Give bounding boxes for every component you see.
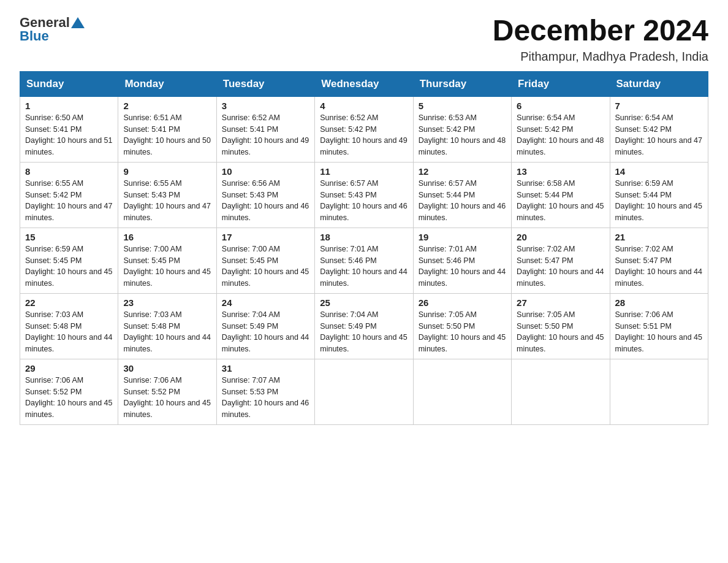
- day-number: 19: [419, 232, 506, 242]
- day-info: Sunrise: 7:02 AMSunset: 5:47 PMDaylight:…: [615, 245, 702, 288]
- calendar-table: SundayMondayTuesdayWednesdayThursdayFrid…: [20, 71, 708, 425]
- calendar-cell: 27 Sunrise: 7:05 AMSunset: 5:50 PMDaylig…: [512, 293, 610, 359]
- day-info: Sunrise: 7:00 AMSunset: 5:45 PMDaylight:…: [123, 245, 210, 288]
- day-number: 21: [615, 232, 703, 242]
- day-info: Sunrise: 7:04 AMSunset: 5:49 PMDaylight:…: [222, 310, 309, 353]
- day-number: 4: [320, 101, 408, 111]
- page-header: General Blue December 2024 Pithampur, Ma…: [20, 15, 708, 64]
- day-info: Sunrise: 6:52 AMSunset: 5:42 PMDaylight:…: [320, 113, 407, 156]
- calendar-cell: 31 Sunrise: 7:07 AMSunset: 5:53 PMDaylig…: [216, 359, 314, 424]
- calendar-cell: 10 Sunrise: 6:56 AMSunset: 5:43 PMDaylig…: [216, 162, 314, 228]
- day-info: Sunrise: 6:59 AMSunset: 5:45 PMDaylight:…: [25, 245, 112, 288]
- day-number: 10: [222, 166, 309, 177]
- day-info: Sunrise: 7:01 AMSunset: 5:46 PMDaylight:…: [419, 245, 506, 288]
- day-number: 17: [222, 232, 309, 242]
- day-number: 31: [222, 363, 309, 373]
- day-number: 12: [419, 166, 506, 177]
- week-row-4: 22 Sunrise: 7:03 AMSunset: 5:48 PMDaylig…: [20, 293, 708, 359]
- day-number: 14: [615, 166, 703, 177]
- day-number: 25: [320, 297, 408, 308]
- day-number: 7: [615, 101, 703, 111]
- calendar-cell: [413, 359, 511, 424]
- calendar-header-saturday: Saturday: [610, 71, 708, 96]
- day-number: 18: [320, 232, 408, 242]
- calendar-cell: 20 Sunrise: 7:02 AMSunset: 5:47 PMDaylig…: [512, 228, 610, 293]
- day-number: 3: [222, 101, 309, 111]
- day-info: Sunrise: 7:00 AMSunset: 5:45 PMDaylight:…: [222, 245, 309, 288]
- day-number: 30: [123, 363, 211, 373]
- day-info: Sunrise: 7:05 AMSunset: 5:50 PMDaylight:…: [419, 310, 506, 353]
- calendar-cell: 15 Sunrise: 6:59 AMSunset: 5:45 PMDaylig…: [20, 228, 118, 293]
- day-info: Sunrise: 6:54 AMSunset: 5:42 PMDaylight:…: [615, 113, 702, 156]
- calendar-cell: 14 Sunrise: 6:59 AMSunset: 5:44 PMDaylig…: [610, 162, 708, 228]
- day-info: Sunrise: 6:53 AMSunset: 5:42 PMDaylight:…: [419, 113, 506, 156]
- day-info: Sunrise: 6:56 AMSunset: 5:43 PMDaylight:…: [222, 179, 309, 222]
- calendar-cell: 1 Sunrise: 6:50 AMSunset: 5:41 PMDayligh…: [20, 96, 118, 162]
- day-info: Sunrise: 6:50 AMSunset: 5:41 PMDaylight:…: [25, 113, 112, 156]
- calendar-cell: 26 Sunrise: 7:05 AMSunset: 5:50 PMDaylig…: [413, 293, 511, 359]
- week-row-5: 29 Sunrise: 7:06 AMSunset: 5:52 PMDaylig…: [20, 359, 708, 424]
- day-number: 16: [123, 232, 211, 242]
- day-number: 8: [25, 166, 113, 177]
- day-info: Sunrise: 6:55 AMSunset: 5:42 PMDaylight:…: [25, 179, 112, 222]
- day-number: 13: [517, 166, 604, 177]
- day-number: 9: [123, 166, 211, 177]
- day-number: 11: [320, 166, 408, 177]
- svg-marker-0: [71, 17, 85, 28]
- calendar-cell: 16 Sunrise: 7:00 AMSunset: 5:45 PMDaylig…: [118, 228, 216, 293]
- calendar-cell: 13 Sunrise: 6:58 AMSunset: 5:44 PMDaylig…: [512, 162, 610, 228]
- logo-triangle-icon: [71, 16, 85, 29]
- day-number: 5: [419, 101, 506, 111]
- calendar-cell: 30 Sunrise: 7:06 AMSunset: 5:52 PMDaylig…: [118, 359, 216, 424]
- calendar-cell: 28 Sunrise: 7:06 AMSunset: 5:51 PMDaylig…: [610, 293, 708, 359]
- day-number: 1: [25, 101, 113, 111]
- day-info: Sunrise: 7:06 AMSunset: 5:52 PMDaylight:…: [123, 376, 210, 419]
- calendar-cell: 3 Sunrise: 6:52 AMSunset: 5:41 PMDayligh…: [216, 96, 314, 162]
- calendar-cell: 4 Sunrise: 6:52 AMSunset: 5:42 PMDayligh…: [315, 96, 413, 162]
- calendar-cell: 18 Sunrise: 7:01 AMSunset: 5:46 PMDaylig…: [315, 228, 413, 293]
- day-number: 24: [222, 297, 309, 308]
- calendar-cell: 29 Sunrise: 7:06 AMSunset: 5:52 PMDaylig…: [20, 359, 118, 424]
- calendar-cell: 12 Sunrise: 6:57 AMSunset: 5:44 PMDaylig…: [413, 162, 511, 228]
- day-number: 22: [25, 297, 113, 308]
- calendar-cell: 17 Sunrise: 7:00 AMSunset: 5:45 PMDaylig…: [216, 228, 314, 293]
- location-subtitle: Pithampur, Madhya Pradesh, India: [493, 50, 708, 64]
- calendar-cell: 7 Sunrise: 6:54 AMSunset: 5:42 PMDayligh…: [610, 96, 708, 162]
- day-info: Sunrise: 6:57 AMSunset: 5:44 PMDaylight:…: [419, 179, 506, 222]
- day-number: 27: [517, 297, 604, 308]
- day-info: Sunrise: 7:05 AMSunset: 5:50 PMDaylight:…: [517, 310, 604, 353]
- calendar-cell: 2 Sunrise: 6:51 AMSunset: 5:41 PMDayligh…: [118, 96, 216, 162]
- calendar-cell: 5 Sunrise: 6:53 AMSunset: 5:42 PMDayligh…: [413, 96, 511, 162]
- logo: General Blue: [20, 15, 85, 44]
- calendar-cell: [610, 359, 708, 424]
- day-info: Sunrise: 7:01 AMSunset: 5:46 PMDaylight:…: [320, 245, 407, 288]
- day-number: 28: [615, 297, 703, 308]
- week-row-1: 1 Sunrise: 6:50 AMSunset: 5:41 PMDayligh…: [20, 96, 708, 162]
- day-number: 29: [25, 363, 113, 373]
- day-info: Sunrise: 7:02 AMSunset: 5:47 PMDaylight:…: [517, 245, 604, 288]
- calendar-header-wednesday: Wednesday: [315, 71, 413, 96]
- calendar-header-monday: Monday: [118, 71, 216, 96]
- day-info: Sunrise: 6:52 AMSunset: 5:41 PMDaylight:…: [222, 113, 309, 156]
- day-number: 15: [25, 232, 113, 242]
- calendar-cell: 6 Sunrise: 6:54 AMSunset: 5:42 PMDayligh…: [512, 96, 610, 162]
- calendar-header-tuesday: Tuesday: [216, 71, 314, 96]
- calendar-cell: [512, 359, 610, 424]
- day-info: Sunrise: 6:51 AMSunset: 5:41 PMDaylight:…: [123, 113, 210, 156]
- day-info: Sunrise: 6:59 AMSunset: 5:44 PMDaylight:…: [615, 179, 702, 222]
- calendar-cell: 24 Sunrise: 7:04 AMSunset: 5:49 PMDaylig…: [216, 293, 314, 359]
- calendar-cell: 21 Sunrise: 7:02 AMSunset: 5:47 PMDaylig…: [610, 228, 708, 293]
- calendar-cell: 9 Sunrise: 6:55 AMSunset: 5:43 PMDayligh…: [118, 162, 216, 228]
- day-info: Sunrise: 6:54 AMSunset: 5:42 PMDaylight:…: [517, 113, 604, 156]
- day-info: Sunrise: 7:06 AMSunset: 5:52 PMDaylight:…: [25, 376, 112, 419]
- day-number: 2: [123, 101, 211, 111]
- day-number: 6: [517, 101, 604, 111]
- day-info: Sunrise: 7:03 AMSunset: 5:48 PMDaylight:…: [25, 310, 112, 353]
- day-number: 20: [517, 232, 604, 242]
- day-info: Sunrise: 7:04 AMSunset: 5:49 PMDaylight:…: [320, 310, 407, 353]
- month-title: December 2024: [493, 15, 708, 47]
- calendar-header-thursday: Thursday: [413, 71, 511, 96]
- calendar-header-friday: Friday: [512, 71, 610, 96]
- title-block: December 2024 Pithampur, Madhya Pradesh,…: [493, 15, 708, 64]
- calendar-cell: 19 Sunrise: 7:01 AMSunset: 5:46 PMDaylig…: [413, 228, 511, 293]
